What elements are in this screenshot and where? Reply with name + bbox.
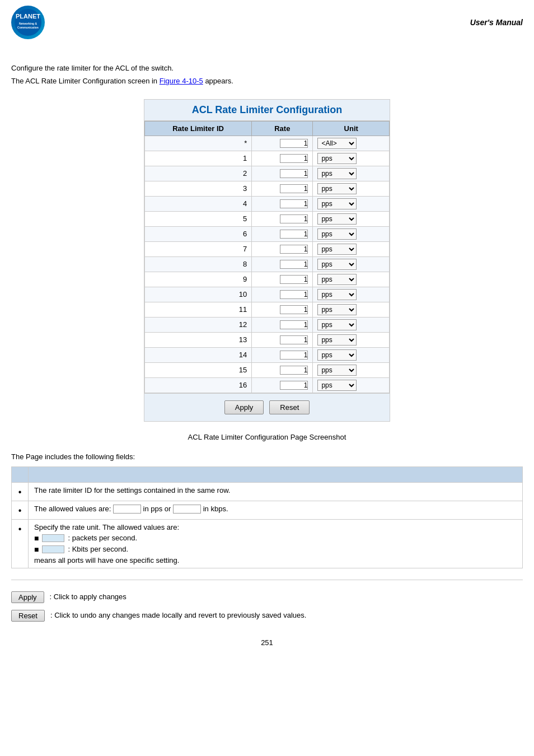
reset-button[interactable]: Reset [269, 400, 310, 414]
unit-cell[interactable]: ppskbps [313, 362, 390, 377]
rate-cell[interactable] [252, 166, 313, 181]
rate-input[interactable] [280, 230, 308, 239]
table-row: 5ppskbps [145, 211, 390, 226]
unit-select[interactable]: ppskbps [317, 365, 357, 376]
rate-cell[interactable] [252, 272, 313, 287]
unit-select[interactable]: ppskbps [317, 198, 357, 209]
square-icon-kbps: ■ [34, 545, 39, 554]
table-row: • Specify the rate unit. The allowed val… [12, 519, 523, 568]
unit-select[interactable]: ppskbps [317, 168, 357, 179]
unit-select[interactable]: ppskbps [317, 334, 357, 346]
rate-cell[interactable] [252, 196, 313, 211]
unit-select[interactable]: ppskbps [317, 183, 357, 194]
unit-cell[interactable]: ppskbps [313, 196, 390, 211]
unit-cell[interactable]: ppskbps [313, 287, 390, 302]
unit-select[interactable]: ppskbps [317, 244, 357, 255]
rate-input[interactable] [280, 366, 308, 375]
rate-limiter-id-cell: 7 [145, 241, 252, 256]
rate-cell[interactable] [252, 287, 313, 302]
rate-cell[interactable] [252, 377, 313, 393]
svg-text:Networking &: Networking & [19, 22, 38, 25]
rate-input[interactable] [280, 199, 308, 208]
table-row: 12ppskbps [145, 317, 390, 332]
rate-input[interactable] [280, 245, 308, 254]
unit-cell[interactable]: ppskbps [313, 347, 390, 362]
rate-limiter-id-cell: * [145, 136, 252, 151]
config-title: ACL Rate Limiter Configuration [144, 99, 390, 120]
rate-input[interactable] [280, 351, 308, 360]
rate-cell[interactable] [252, 332, 313, 347]
bullet-1: • [12, 482, 29, 501]
rate-limiter-id-cell: 3 [145, 181, 252, 196]
rate-input[interactable] [280, 381, 308, 390]
rate-input[interactable] [280, 214, 308, 223]
unit-cell[interactable]: <All>ppskbps [313, 136, 390, 151]
bottom-reset-button[interactable]: Reset [11, 610, 45, 622]
rate-input[interactable] [280, 290, 308, 299]
unit-select[interactable]: ppskbps [317, 259, 357, 270]
table-row: • The rate limiter ID for the settings c… [12, 482, 523, 501]
rate-cell[interactable] [252, 362, 313, 377]
col-header-unit: Unit [313, 121, 390, 136]
page-number: 251 [11, 638, 523, 647]
intro-line2: The ACL Rate Limiter Configuration scree… [11, 74, 523, 87]
unit-select[interactable]: ppskbps [317, 228, 357, 240]
rate-limiter-id-cell: 13 [145, 332, 252, 347]
apply-button[interactable]: Apply [224, 400, 264, 414]
unit-cell[interactable]: ppskbps [313, 377, 390, 393]
unit-cell[interactable]: ppskbps [313, 166, 390, 181]
rate-limiter-id-cell: 10 [145, 287, 252, 302]
unit-select[interactable]: <All>ppskbps [317, 138, 357, 149]
rate-cell[interactable] [252, 256, 313, 272]
table-row: 7ppskbps [145, 241, 390, 256]
table-row: • The allowed values are: in pps or in k… [12, 501, 523, 519]
rate-input[interactable] [280, 184, 308, 193]
rate-input[interactable] [280, 335, 308, 344]
rate-input[interactable] [280, 305, 308, 314]
unit-select[interactable]: ppskbps [317, 319, 357, 330]
rate-limiter-id-cell: 15 [145, 362, 252, 377]
unit-cell[interactable]: ppskbps [313, 256, 390, 272]
unit-select[interactable]: ppskbps [317, 274, 357, 285]
rate-input[interactable] [280, 320, 308, 329]
bullet-3: • [12, 519, 29, 568]
unit-cell[interactable]: ppskbps [313, 332, 390, 347]
rate-input[interactable] [280, 139, 308, 148]
rate-cell[interactable] [252, 226, 313, 241]
rate-input[interactable] [280, 260, 308, 269]
figure-link[interactable]: Figure 4-10-5 [160, 77, 203, 85]
unit-select[interactable]: ppskbps [317, 153, 357, 164]
intro-section: Configure the rate limiter for the ACL o… [11, 62, 523, 88]
table-row: 2ppskbps [145, 166, 390, 181]
unit-cell[interactable]: ppskbps [313, 317, 390, 332]
unit-cell[interactable]: ppskbps [313, 181, 390, 196]
unit-cell[interactable]: ppskbps [313, 151, 390, 166]
unit-cell[interactable]: ppskbps [313, 241, 390, 256]
unit-select[interactable]: ppskbps [317, 349, 357, 361]
rate-input[interactable] [280, 169, 308, 178]
rate-cell[interactable] [252, 347, 313, 362]
rate-input[interactable] [280, 154, 308, 163]
col-header-rate: Rate [252, 121, 313, 136]
rate-cell[interactable] [252, 302, 313, 317]
unit-cell[interactable]: ppskbps [313, 211, 390, 226]
unit-select[interactable]: ppskbps [317, 304, 357, 315]
sub-item-pps: ■ : packets per second. [34, 534, 517, 543]
unit-cell[interactable]: ppskbps [313, 226, 390, 241]
rate-cell[interactable] [252, 181, 313, 196]
rate-input[interactable] [280, 275, 308, 284]
unit-cell[interactable]: ppskbps [313, 302, 390, 317]
rate-cell[interactable] [252, 317, 313, 332]
rate-cell[interactable] [252, 136, 313, 151]
bottom-apply-button[interactable]: Apply [11, 591, 44, 603]
unit-select[interactable]: ppskbps [317, 380, 357, 391]
square-icon-pps: ■ [34, 534, 39, 543]
rate-cell[interactable] [252, 211, 313, 226]
unit-select[interactable]: ppskbps [317, 213, 357, 225]
unit-select[interactable]: ppskbps [317, 289, 357, 300]
unit-cell[interactable]: ppskbps [313, 272, 390, 287]
rate-cell[interactable] [252, 241, 313, 256]
logo: PLANET Networking & Communication [11, 6, 45, 39]
rate-cell[interactable] [252, 151, 313, 166]
rate-limiter-id-cell: 2 [145, 166, 252, 181]
